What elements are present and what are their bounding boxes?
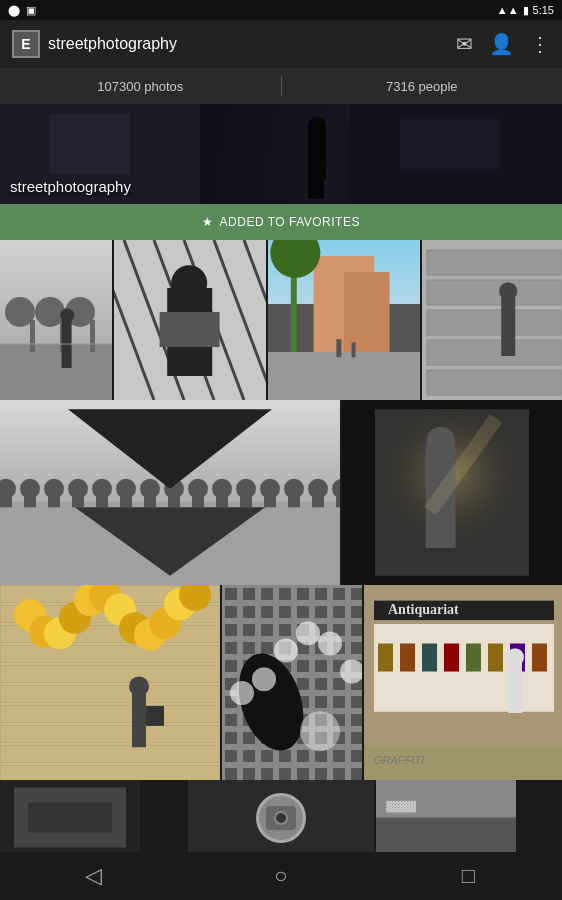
photo-r1c1[interactable]	[0, 240, 112, 400]
recents-button[interactable]: □	[438, 852, 498, 900]
notification-icon: ⬤	[8, 4, 20, 17]
grid-row-1	[0, 240, 562, 400]
photo-r3c1[interactable]	[0, 585, 220, 780]
thumb-3[interactable]	[376, 780, 562, 855]
home-button[interactable]: ○	[251, 852, 311, 900]
grid-row-2	[0, 400, 562, 585]
app-title: streetphotography	[48, 35, 448, 53]
app-bar: E streetphotography ✉ 👤 ⋮	[0, 20, 562, 68]
people-count: 7316 people	[386, 79, 458, 94]
photo-r3c2[interactable]	[222, 585, 362, 780]
thumb-canvas-3	[376, 780, 516, 855]
grid-row-3	[0, 585, 562, 780]
time: 5:15	[533, 4, 554, 16]
camera-icon	[266, 806, 296, 830]
status-left: ⬤ ▣	[8, 4, 36, 17]
photo-canvas-r1c4	[422, 240, 562, 400]
back-button[interactable]: ◁	[64, 852, 124, 900]
photo-r3c3[interactable]	[364, 585, 562, 780]
thumb-strip[interactable]	[0, 780, 562, 855]
photo-canvas-r3c2	[222, 585, 362, 780]
photo-canvas-r3c3	[364, 585, 562, 780]
battery-icon: ▮	[523, 4, 529, 17]
photo-r1c2[interactable]	[114, 240, 266, 400]
wifi-icon: ▲▲	[497, 4, 519, 16]
bottom-nav: ◁ ○ □	[0, 852, 562, 900]
app-bar-actions: ✉ 👤 ⋮	[456, 32, 550, 56]
app-logo[interactable]: E	[12, 30, 40, 58]
people-stat: 7316 people	[282, 79, 563, 94]
screenshot-icon: ▣	[26, 4, 36, 17]
camera-button[interactable]	[256, 793, 306, 843]
person-add-icon[interactable]: 👤	[489, 32, 514, 56]
photo-r2c2[interactable]	[342, 400, 562, 585]
photo-canvas-r1c3	[268, 240, 420, 400]
photo-canvas-r2c2	[342, 400, 562, 585]
photo-canvas-r1c2	[114, 240, 266, 400]
photo-canvas-r2c1	[0, 400, 340, 585]
photo-r1c3[interactable]	[268, 240, 420, 400]
hero-section: streetphotography	[0, 104, 562, 204]
hero-title: streetphotography	[10, 178, 131, 195]
hero-overlay: streetphotography	[0, 170, 562, 204]
camera-lens	[274, 811, 288, 825]
mail-icon[interactable]: ✉	[456, 32, 473, 56]
photo-r2c1[interactable]	[0, 400, 340, 585]
thumb-1[interactable]	[0, 780, 186, 855]
more-icon[interactable]: ⋮	[530, 32, 550, 56]
thumb-canvas-1	[0, 780, 140, 855]
photo-canvas-r3c1	[0, 585, 220, 780]
photos-count: 107300 photos	[97, 79, 183, 94]
status-right: ▲▲ ▮ 5:15	[497, 4, 554, 17]
content-scroll[interactable]: streetphotography ★ ADDED TO FAVORITES	[0, 104, 562, 900]
favorites-button[interactable]: ★ ADDED TO FAVORITES	[0, 204, 562, 240]
favorites-label: ADDED TO FAVORITES	[220, 215, 360, 229]
photos-stat: 107300 photos	[0, 79, 281, 94]
photo-canvas-r1c1	[0, 240, 112, 400]
status-bar: ⬤ ▣ ▲▲ ▮ 5:15	[0, 0, 562, 20]
star-icon: ★	[202, 215, 214, 229]
stats-bar: 107300 photos 7316 people	[0, 68, 562, 104]
photo-r1c4[interactable]	[422, 240, 562, 400]
thumb-2[interactable]	[188, 780, 374, 855]
